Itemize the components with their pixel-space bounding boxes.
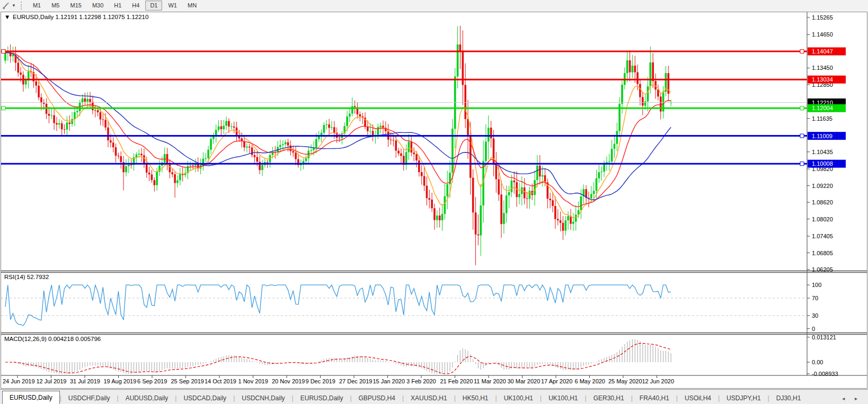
price-badge: 1.10008 — [808, 160, 846, 168]
tab-scroll-arrows[interactable]: ◂ ▸ — [842, 396, 868, 404]
line-endpoint-marker — [800, 106, 804, 110]
svg-text:12 Jun 2020: 12 Jun 2020 — [642, 378, 675, 384]
svg-text:1.13450: 1.13450 — [812, 65, 833, 71]
price-badge: 1.11009 — [808, 132, 846, 140]
line-endpoint-marker — [2, 50, 5, 53]
svg-text:25 May 2020: 25 May 2020 — [608, 378, 642, 384]
chart-title: ▼EURUSD,Daily 1.12191 1.12298 1.12075 1.… — [4, 14, 148, 20]
svg-text:1.13034: 1.13034 — [812, 76, 833, 83]
chart-tab-eurusd-daily[interactable]: EURUSD,Daily — [294, 392, 350, 404]
chart-tabs: EURUSD,Daily|USDCHF,Daily|AUDUSD,Daily|U… — [0, 391, 808, 404]
svg-text:0.00: 0.00 — [812, 359, 823, 365]
svg-text:1.12004: 1.12004 — [812, 105, 833, 111]
price-badge: 1.13034 — [808, 76, 846, 84]
svg-text:1.06205: 1.06205 — [812, 266, 833, 273]
svg-text:1.11009: 1.11009 — [812, 133, 832, 139]
line-endpoint-marker — [800, 134, 804, 138]
chart-tab-uk100-h1[interactable]: UK100,H1 — [542, 392, 584, 404]
svg-text:9 Dec 2019: 9 Dec 2019 — [306, 378, 335, 384]
svg-text:30 Mar 2020: 30 Mar 2020 — [508, 378, 541, 384]
svg-text:17 Apr 2020: 17 Apr 2020 — [541, 378, 572, 384]
svg-text:24 Jun 2019: 24 Jun 2019 — [3, 378, 35, 384]
chart-tab-usdchf-daily[interactable]: USDCHF,Daily — [61, 392, 117, 404]
chart-tab-usdcad-daily[interactable]: USDCAD,Daily — [176, 392, 233, 404]
price-badge: 1.14047 — [808, 48, 846, 56]
chart-tab-fra40-h1[interactable]: FRA40,H1 — [633, 392, 676, 404]
macd-label: MACD(12,26,9) 0.004218 0.005796 — [4, 336, 101, 342]
chart-tab-ger30-h1[interactable]: GER30,H1 — [587, 392, 631, 404]
svg-text:0.013121: 0.013121 — [812, 334, 836, 340]
chart-tab-usoil-h4[interactable]: USOil,H4 — [678, 392, 718, 404]
svg-text:1.14650: 1.14650 — [812, 31, 833, 38]
svg-text:EURUSD,Daily 1.12191 1.12298: EURUSD,Daily 1.12191 1.12298 1.12075 1.1… — [13, 14, 148, 20]
svg-text:15 Jan 2020: 15 Jan 2020 — [373, 378, 405, 384]
chart-tab-uk100-h1[interactable]: UK100,H1 — [497, 392, 540, 404]
line-endpoint-marker — [800, 50, 804, 53]
svg-text:100: 100 — [812, 282, 821, 288]
chart-tab-dj30-h1[interactable]: DJ30,H1 — [769, 392, 808, 404]
price-badge: 1.12004 — [808, 104, 846, 112]
svg-text:1.11635: 1.11635 — [812, 115, 832, 122]
svg-text:1.10435: 1.10435 — [812, 149, 833, 155]
svg-text:1.07405: 1.07405 — [812, 233, 833, 239]
svg-text:0: 0 — [812, 326, 815, 332]
svg-text:19 Aug 2019: 19 Aug 2019 — [104, 378, 137, 384]
svg-text:14 Oct 2019: 14 Oct 2019 — [205, 378, 236, 384]
trading-platform-window: ▼ M1M5M15M30H1H4D1W1MN 1.152651.146501.1… — [0, 0, 868, 404]
svg-text:1.06805: 1.06805 — [812, 250, 833, 256]
chart-canvas[interactable]: 1.152651.146501.134501.128501.116351.104… — [0, 0, 868, 404]
svg-text:12 Jul 2019: 12 Jul 2019 — [37, 378, 67, 384]
svg-text:6 Sep 2019: 6 Sep 2019 — [137, 378, 167, 384]
chart-tab-audusd-daily[interactable]: AUDUSD,Daily — [119, 392, 175, 404]
svg-text:1 Nov 2019: 1 Nov 2019 — [238, 378, 268, 384]
svg-text:1.09220: 1.09220 — [812, 183, 833, 189]
svg-text:70: 70 — [812, 295, 818, 301]
chart-tab-xauusd-h1[interactable]: XAUUSD,H1 — [404, 392, 454, 404]
svg-text:21 Feb 2020: 21 Feb 2020 — [440, 378, 473, 384]
svg-text:25 Sep 2019: 25 Sep 2019 — [171, 378, 204, 384]
svg-text:20 Nov 2019: 20 Nov 2019 — [272, 378, 305, 384]
chart-tab-usdjpy-h1[interactable]: USDJPY,H1 — [720, 392, 767, 404]
svg-text:1.10008: 1.10008 — [812, 160, 833, 167]
svg-text:6 May 2020: 6 May 2020 — [575, 378, 605, 384]
svg-text:31 Jul 2019: 31 Jul 2019 — [70, 378, 100, 384]
chart-tab-gbpusd-h4[interactable]: GBPUSD,H4 — [352, 392, 402, 404]
chart-tab-hk50-h1[interactable]: HK50,H1 — [456, 392, 495, 404]
line-endpoint-marker — [2, 106, 5, 110]
svg-text:1.15265: 1.15265 — [812, 14, 833, 21]
svg-text:11 Mar 2020: 11 Mar 2020 — [474, 378, 506, 384]
chart-tab-bar: EURUSD,Daily|USDCHF,Daily|AUDUSD,Daily|U… — [0, 389, 868, 404]
svg-text:-0.008933: -0.008933 — [812, 371, 838, 377]
svg-text:27 Dec 2019: 27 Dec 2019 — [339, 378, 372, 384]
line-endpoint-marker — [800, 162, 804, 166]
svg-text:1.08020: 1.08020 — [812, 216, 833, 222]
svg-text:▼: ▼ — [4, 14, 10, 20]
rsi-label: RSI(14) 52.7932 — [4, 274, 49, 280]
chart-tab-usdcnh-daily[interactable]: USDCNH,Daily — [235, 392, 291, 404]
svg-text:30: 30 — [812, 312, 818, 319]
svg-text:3 Feb 2020: 3 Feb 2020 — [406, 378, 436, 384]
svg-text:1.08620: 1.08620 — [812, 199, 833, 205]
chart-tab-eurusd-daily[interactable]: EURUSD,Daily — [2, 391, 60, 404]
svg-text:1.14047: 1.14047 — [812, 48, 833, 55]
